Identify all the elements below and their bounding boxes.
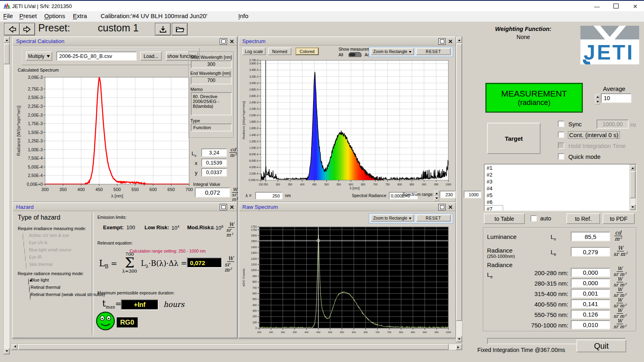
panel-maximize-icon[interactable] <box>438 38 446 45</box>
mpe-label: Maximum permissible exposure duration: <box>97 290 174 295</box>
radio-blue-light-small[interactable] <box>24 247 25 255</box>
svg-text:2,00E-3: 2,00E-3 <box>249 114 258 117</box>
raw-zoom-reset-button[interactable]: RESET <box>416 214 451 222</box>
panel-maximize-icon[interactable] <box>220 38 227 45</box>
zoom-reset-button[interactable]: RESET <box>416 48 451 55</box>
preset-prev-button[interactable] <box>4 23 20 35</box>
minimize-icon[interactable]: — <box>591 2 603 10</box>
measurement-button[interactable]: MEASUREMENT (radiance) <box>486 83 582 112</box>
panel-close-icon[interactable]: ✕ <box>447 38 454 45</box>
to-ref-button[interactable]: to Ref. <box>566 213 600 224</box>
average-spinner[interactable] <box>595 94 600 105</box>
calculated-spectrum-chart[interactable]: 3,09E-32,75E-32,50E-32,25E-32,00E-31,75E… <box>15 73 193 199</box>
memo-field[interactable]: 80. Directive 2006/25/EG - B(lambda) <box>191 92 232 115</box>
lb-unit: Wsr m² <box>225 256 237 273</box>
list-item-selected[interactable]: #7 <box>485 206 503 211</box>
svg-text:1,25E-3: 1,25E-3 <box>28 138 43 143</box>
svg-text:1,00E-3: 1,00E-3 <box>249 146 258 149</box>
to-pdf-button[interactable]: to PDF <box>603 213 635 224</box>
lambda-input[interactable]: 250 <box>255 192 283 200</box>
radio-retinal-thermal[interactable] <box>29 285 30 293</box>
svg-text:800: 800 <box>252 280 257 283</box>
panel-close-icon[interactable]: ✕ <box>228 204 235 211</box>
average-input[interactable]: 10 <box>601 93 632 103</box>
load-button[interactable]: Load... <box>140 51 162 61</box>
auto-checkbox[interactable] <box>530 215 537 222</box>
list-item[interactable]: #4 <box>485 185 630 192</box>
panel-maximize-icon[interactable] <box>438 204 446 210</box>
panel-close-icon[interactable]: ✕ <box>447 204 454 211</box>
preset-next-button[interactable] <box>19 23 35 35</box>
spectrum-chart[interactable]: 0,00E+02,00E-44,00E-46,00E-48,00E-41,00E… <box>242 57 452 191</box>
svg-text:250: 250 <box>264 183 268 186</box>
measurement-listbox[interactable]: #1 #2 #3 #4 #5 #6 #7 <box>484 164 637 211</box>
app-window: JETI LiVal | S/N: 2201350 — ✕ File Prese… <box>0 0 644 362</box>
svg-text:850: 850 <box>410 183 414 186</box>
list-scrollbar[interactable] <box>630 165 636 210</box>
list-item[interactable]: #5 <box>485 192 630 199</box>
emission-limits-label: Emission limits: <box>97 215 126 220</box>
preset-save-button[interactable] <box>155 23 171 35</box>
svg-text:0,00E+0: 0,00E+0 <box>249 179 259 181</box>
cont-checkbox[interactable] <box>558 132 564 138</box>
quit-button[interactable]: Quit <box>576 339 626 352</box>
tmax-unit: hours <box>163 300 184 309</box>
radio-eye-ir[interactable] <box>25 255 26 262</box>
workspace-horizontal-scrollbar[interactable] <box>11 343 462 350</box>
calc-filename-input[interactable]: 2006-25-EG_80_B.csv <box>56 51 137 61</box>
sync-unit-label: Hz <box>630 122 636 128</box>
svg-text:1,80E-3: 1,80E-3 <box>249 120 258 123</box>
svg-text:3,60E-3: 3,60E-3 <box>249 62 258 65</box>
workspace-vertical-scrollbar[interactable] <box>456 36 462 343</box>
sync-checkbox[interactable] <box>558 121 564 127</box>
auto-label: auto <box>540 215 551 222</box>
list-item[interactable]: #6 <box>485 199 630 206</box>
eq-sum: 700 Σ λ=300 <box>118 252 141 274</box>
list-item[interactable]: #2 <box>485 171 630 178</box>
range-from-input[interactable]: 230 <box>440 191 456 198</box>
target-button[interactable]: Target <box>487 123 541 154</box>
quick-mode-checkbox[interactable] <box>558 153 564 160</box>
panel-maximize-icon[interactable] <box>220 204 227 210</box>
band-field: 0,001 <box>571 289 610 298</box>
close-icon[interactable]: ✕ <box>629 2 641 10</box>
normed-button[interactable]: Normed <box>268 47 291 55</box>
panel-close-icon[interactable]: ✕ <box>228 38 235 45</box>
svg-text:0: 0 <box>255 327 257 329</box>
log-scale-button[interactable]: Log scale <box>242 47 266 55</box>
radio-actinic-uv[interactable] <box>23 233 23 241</box>
menu-preset[interactable]: Preset <box>19 12 37 19</box>
end-wavelength-field[interactable]: 700 <box>191 76 232 84</box>
svg-text:700: 700 <box>373 183 378 186</box>
list-item[interactable]: #3 <box>485 178 630 185</box>
start-wavelength-field[interactable]: 300 <box>191 60 232 68</box>
preset-open-button[interactable] <box>172 23 188 35</box>
zoom-mode-dropdown[interactable]: Zoom to Rectangle <box>371 48 414 55</box>
calculated-spectrum-label: Calculated Spectrum <box>18 68 59 72</box>
menu-file[interactable]: File <box>3 12 13 19</box>
menu-info[interactable]: Info <box>238 12 248 19</box>
type-of-hazard-heading: Type of hazard <box>18 214 60 221</box>
calc-operation-dropdown[interactable]: Multiply <box>26 51 52 61</box>
colored-button[interactable]: Colored <box>295 47 319 55</box>
tmax-label: tmax= <box>102 298 122 310</box>
raw-zoom-mode-dropdown[interactable]: Zoom to Rectangle <box>371 214 414 222</box>
radio-blue-light[interactable] <box>28 278 29 286</box>
range-from-spinner[interactable] <box>434 191 439 201</box>
list-item[interactable]: #1 <box>485 165 630 171</box>
band-unit: Wsr m² <box>613 298 626 308</box>
menu-extra[interactable]: Extra <box>73 12 87 19</box>
radio-skin-thermal[interactable] <box>26 262 27 269</box>
type-field[interactable]: Function <box>191 123 232 132</box>
raw-spectrum-chart[interactable]: 1751170016001500140013001200110010009008… <box>242 224 452 335</box>
main-vertical-scrollbar[interactable] <box>3 36 10 355</box>
menu-options[interactable]: Options <box>44 12 65 19</box>
to-table-button[interactable]: to Table <box>484 213 525 224</box>
radio-label: Actinic UV skin & eye <box>29 233 69 238</box>
menu-calibration[interactable]: Calibration:'#4 UV BLH 100mrad Jun20' <box>101 12 207 19</box>
svg-text:3,20E-3: 3,20E-3 <box>249 75 258 78</box>
radio-eye-uva[interactable] <box>23 240 24 248</box>
range-to-input[interactable]: 1000 <box>464 191 481 198</box>
svg-text:1,40E-3: 1,40E-3 <box>249 134 258 136</box>
maximize-icon[interactable] <box>610 2 622 10</box>
